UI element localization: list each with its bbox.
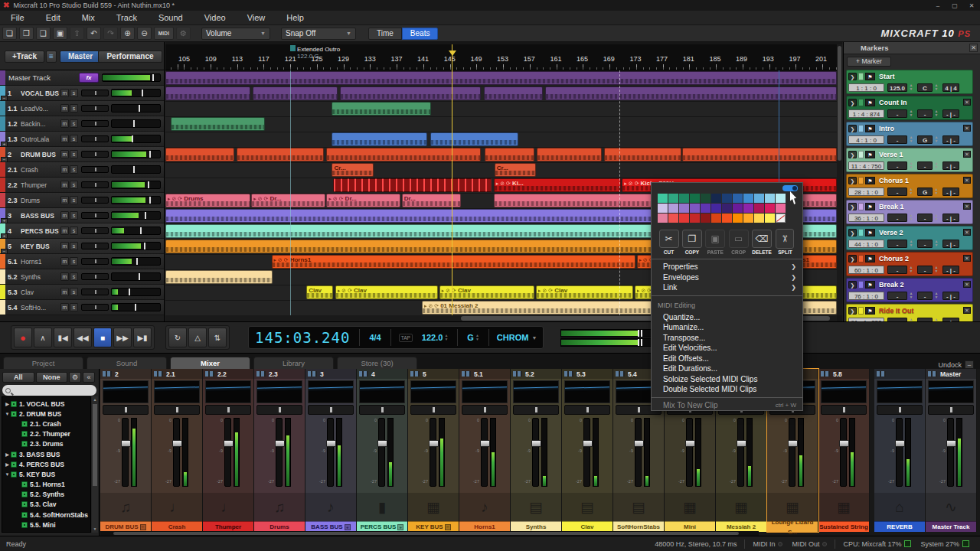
track-row[interactable]: +1.3OutroLalams <box>0 132 164 147</box>
markers-tab[interactable]: Markers ✕ <box>844 42 980 54</box>
clip[interactable]: ▸ ⊘ ⟳Clav <box>335 285 438 299</box>
track-row[interactable]: −5KEY BUSms <box>0 239 164 254</box>
clip[interactable] <box>340 86 481 100</box>
pan-handle[interactable] <box>95 275 96 279</box>
color-swatch[interactable] <box>765 194 775 203</box>
mute-button[interactable]: m <box>60 89 69 97</box>
menu-item-quantize-[interactable]: Quantize... <box>652 312 802 323</box>
clip-control-icons[interactable]: ▸ ⊘ ⟳ <box>253 196 268 201</box>
tree-expand-icon[interactable]: ▼ <box>4 412 11 416</box>
clip[interactable] <box>333 178 492 192</box>
color-swatch[interactable] <box>722 214 732 223</box>
mute-button[interactable]: m <box>60 150 69 158</box>
volume-handle[interactable] <box>133 166 135 173</box>
track-enabled-checkbox[interactable] <box>21 522 28 528</box>
tempo-spinner[interactable]: ▲▼ <box>908 292 914 300</box>
clip[interactable] <box>430 132 519 146</box>
clip[interactable]: ▸ ⊘ ⟳Drums <box>165 194 250 207</box>
tree-item[interactable]: ▶3. BASS BUS <box>2 449 90 459</box>
marker-time-field[interactable]: 1 : 4 : 874 <box>848 109 884 118</box>
scroll-up-icon[interactable]: ▲ <box>92 396 98 403</box>
key-spinner[interactable]: ▲▼ <box>475 334 479 341</box>
color-swatch[interactable] <box>690 194 700 203</box>
close-icon[interactable]: ✕ <box>963 229 971 236</box>
color-swatch[interactable] <box>765 214 775 223</box>
marker-tempo-field[interactable]: - <box>887 109 907 118</box>
close-icon[interactable]: ✕ <box>963 125 971 132</box>
scrollbar-thumb[interactable] <box>93 404 97 486</box>
menu-item-link[interactable]: Link❯ <box>652 282 802 293</box>
track-collapse-badge[interactable]: + <box>1 218 8 223</box>
track-enabled-checkbox[interactable] <box>21 532 28 533</box>
strip-name[interactable]: KEY BUS− <box>408 521 459 532</box>
clip-control-icons[interactable]: ▸ ⊘ ⟳ <box>274 257 289 262</box>
color-swatch[interactable] <box>668 194 678 203</box>
strip-name[interactable]: Sustained String <box>818 521 869 532</box>
volume-fader[interactable] <box>896 418 903 487</box>
pan-handle[interactable] <box>95 122 96 126</box>
clip[interactable] <box>537 148 602 161</box>
pan-slider[interactable] <box>81 258 109 265</box>
strip-pan-slider[interactable] <box>564 405 610 415</box>
tree-item[interactable]: ▶4. PERCS BUS <box>2 459 90 469</box>
scale-dropdown[interactable]: CHROM▼ <box>489 333 537 342</box>
color-toggle-switch[interactable] <box>782 185 798 191</box>
solo-button[interactable]: s <box>70 272 78 281</box>
marker-color-chip[interactable] <box>858 99 864 106</box>
clip-control-icons[interactable]: ▸ ⊘ ⟳ <box>168 196 182 201</box>
key-spinner[interactable]: ▲▼ <box>933 83 939 92</box>
pan-handle[interactable] <box>484 407 486 412</box>
volume-meter[interactable] <box>111 89 161 97</box>
marker-color-chip[interactable] <box>858 281 864 289</box>
pan-slider[interactable] <box>81 304 109 311</box>
tempo-spinner[interactable]: ▲▼ <box>908 135 914 144</box>
track-row[interactable]: 2.2Thumperms <box>0 178 164 193</box>
clip[interactable] <box>484 86 543 100</box>
color-swatch[interactable] <box>743 194 753 203</box>
pan-handle[interactable] <box>381 407 384 412</box>
master-track-row[interactable]: Master Trackfx <box>0 70 164 86</box>
color-swatch[interactable] <box>711 214 721 223</box>
solo-button[interactable]: s <box>70 135 78 143</box>
volume-handle[interactable] <box>142 90 143 96</box>
pan-handle[interactable] <box>95 106 96 110</box>
pan-handle[interactable] <box>95 229 96 233</box>
strip-eq-display[interactable] <box>256 380 302 403</box>
volume-meter[interactable] <box>111 227 161 235</box>
strip-eq-display[interactable] <box>928 380 974 403</box>
volume-fader[interactable] <box>173 418 180 487</box>
solo-button[interactable]: s <box>70 196 78 204</box>
tempo-spinner[interactable]: ▲▼ <box>908 187 914 196</box>
pan-handle[interactable] <box>843 407 845 412</box>
tempo-spinner[interactable]: ▲▼ <box>908 161 914 170</box>
fader-handle[interactable] <box>275 440 285 447</box>
marker-signature-field[interactable]: - | - <box>942 266 959 274</box>
volume-meter[interactable] <box>111 288 161 296</box>
clip[interactable] <box>604 148 681 161</box>
track-row[interactable]: 5.3Clavms <box>0 285 164 300</box>
volume-handle[interactable] <box>145 212 146 219</box>
clip-control-icons[interactable]: ▸ ⊘ ⟳ <box>424 303 439 308</box>
marker-item[interactable]: ❯⚑Chorus 2✕60 : 1 : 0-▲▼-▲▼- | - <box>846 252 973 276</box>
tree-scrollbar[interactable]: ▲ ▼ <box>92 396 98 533</box>
strip-pan-slider[interactable] <box>103 405 149 415</box>
marker-item[interactable]: ❯⚑Intro✕4 : 1 : 0-▲▼G▲▼- | - <box>846 122 973 146</box>
track-row[interactable]: +4PERCS BUSms <box>0 223 164 239</box>
strip-eq-display[interactable] <box>359 380 405 403</box>
marker-item[interactable]: ❯⚑Verse 1✕11 : 4 : 750-▲▼-▲▼- | - <box>846 148 973 172</box>
clip[interactable]: Cr... <box>495 163 536 177</box>
marker-signature-field[interactable]: - | - <box>942 187 959 196</box>
color-swatch[interactable] <box>776 194 786 203</box>
mixer-strip[interactable]: 40-9-27▮PERCS BUS+ <box>357 369 408 532</box>
strip-collapse-badge[interactable]: − <box>445 524 451 530</box>
close-icon[interactable]: ✕ <box>969 44 978 52</box>
tree-item[interactable]: 5.5. Mini <box>2 520 90 530</box>
marker-time-field[interactable]: 1 : 1 : 0 <box>848 83 884 92</box>
strip-pan-slider[interactable] <box>308 405 354 415</box>
pan-handle[interactable] <box>95 259 96 263</box>
volume-handle[interactable] <box>133 120 135 127</box>
color-swatch[interactable] <box>701 194 710 203</box>
clip-control-icons[interactable]: ▸ ⊘ ⟳ <box>496 181 511 186</box>
mixer-strip[interactable]: 2.10-9-27♩Crash <box>152 369 203 532</box>
volume-handle[interactable] <box>139 105 140 112</box>
